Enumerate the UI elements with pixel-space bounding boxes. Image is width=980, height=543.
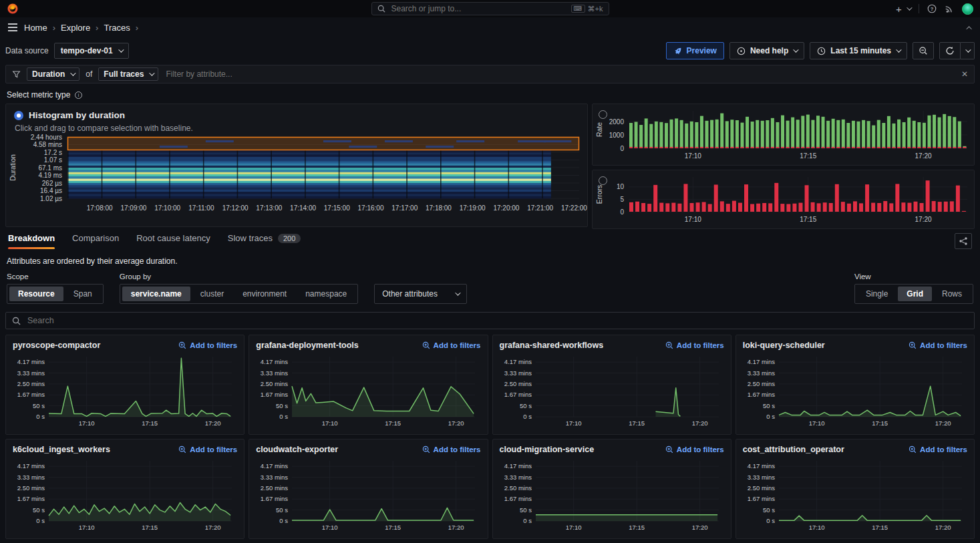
- breadcrumb: Home › Explore › Traces ›: [24, 23, 138, 33]
- filter-funnel-icon: [12, 70, 21, 79]
- duration-heatmap[interactable]: 2.44 hours4.58 mins17.2 s1.07 s67.1 ms4.…: [6, 134, 587, 216]
- view-rows-option[interactable]: Rows: [933, 287, 971, 301]
- service-search-input[interactable]: [26, 315, 968, 326]
- magnifier-plus-icon: [422, 445, 430, 454]
- groupby-service-name-option[interactable]: service.name: [122, 287, 190, 301]
- service-card-title: grafana-deployment-tools: [256, 341, 359, 350]
- metric-type-section: Select metric type i: [0, 83, 980, 104]
- chevron-right-icon: ›: [136, 23, 138, 33]
- service-trend-chart[interactable]: 4.17 mins3.33 mins2.50 mins1.67 mins50 s…: [13, 457, 237, 533]
- attribute-filter-input[interactable]: [164, 69, 955, 79]
- add-to-filters-button[interactable]: Add to filters: [422, 341, 481, 349]
- collapse-header-button[interactable]: [968, 23, 972, 32]
- svg-text:3.33 mins: 3.33 mins: [748, 369, 775, 377]
- svg-text:17:20: 17:20: [915, 152, 932, 160]
- add-to-filters-button[interactable]: Add to filters: [422, 445, 481, 454]
- tab-root-cause-latency[interactable]: Root cause latency: [136, 233, 210, 249]
- help-icon[interactable]: ?: [927, 4, 937, 13]
- svg-text:2.44 hours: 2.44 hours: [31, 134, 62, 141]
- tab-slow-traces[interactable]: Slow traces 200: [228, 233, 301, 249]
- svg-text:17:20: 17:20: [205, 419, 221, 427]
- add-to-filters-button[interactable]: Add to filters: [178, 341, 237, 349]
- svg-text:3.33 mins: 3.33 mins: [504, 474, 531, 481]
- service-trend-chart[interactable]: 4.17 mins3.33 mins2.50 mins1.67 mins50 s…: [256, 353, 480, 429]
- errors-panel: 051017:1017:1517:20Errors: [592, 170, 975, 229]
- global-search[interactable]: ⌨ ⌘+k: [371, 2, 609, 15]
- breadcrumb-explore[interactable]: Explore: [61, 23, 90, 33]
- service-trend-chart[interactable]: 4.17 mins3.33 mins2.50 mins1.67 mins50 s…: [13, 353, 237, 429]
- service-card-title: cloud-migration-service: [500, 445, 595, 454]
- svg-text:17:15: 17:15: [385, 419, 401, 427]
- magnifier-plus-icon: [909, 445, 917, 454]
- need-help-button[interactable]: Need help: [729, 42, 804, 59]
- svg-text:17:10:00: 17:10:00: [154, 204, 180, 212]
- magnifier-plus-icon: [909, 341, 917, 349]
- svg-text:17:15: 17:15: [629, 419, 645, 427]
- clear-filter-icon[interactable]: ✕: [961, 69, 968, 79]
- service-trend-chart[interactable]: 4.17 mins3.33 mins2.50 mins1.67 mins50 s…: [500, 457, 724, 533]
- rocket-icon: [673, 47, 682, 55]
- datasource-picker[interactable]: tempo-dev-01: [54, 43, 129, 59]
- add-to-filters-button[interactable]: Add to filters: [178, 445, 237, 454]
- service-trend-chart[interactable]: 4.17 mins3.33 mins2.50 mins1.67 mins50 s…: [743, 353, 967, 429]
- add-to-filters-button[interactable]: Add to filters: [909, 445, 967, 454]
- svg-text:Duration: Duration: [9, 154, 17, 181]
- grafana-logo-icon[interactable]: [7, 3, 19, 15]
- breadcrumb-home[interactable]: Home: [24, 23, 47, 33]
- magnifier-plus-icon: [178, 445, 186, 454]
- errors-radio[interactable]: [599, 176, 607, 185]
- service-trend-chart[interactable]: 4.17 mins3.33 mins2.50 mins1.67 mins50 s…: [256, 457, 480, 533]
- info-icon[interactable]: i: [74, 91, 83, 100]
- other-attributes-control: Other attributes: [374, 284, 467, 304]
- svg-text:2.50 mins: 2.50 mins: [748, 380, 775, 387]
- refresh-button[interactable]: [939, 42, 961, 59]
- view-grid-option[interactable]: Grid: [898, 287, 932, 301]
- tab-comparison[interactable]: Comparison: [72, 233, 119, 249]
- preview-button[interactable]: Preview: [666, 42, 724, 59]
- metric-type-label: Select metric type: [7, 90, 70, 100]
- help-circle-icon: [737, 47, 746, 55]
- svg-text:50 s: 50 s: [276, 506, 288, 514]
- news-rss-icon[interactable]: [945, 4, 954, 13]
- menu-toggle-icon[interactable]: [8, 23, 17, 31]
- magnifier-plus-icon: [665, 341, 673, 349]
- tab-breakdown[interactable]: Breakdown: [8, 233, 55, 249]
- svg-text:2.50 mins: 2.50 mins: [17, 380, 45, 387]
- rate-bar-chart[interactable]: 01000200017:1017:1517:20Rate: [593, 104, 974, 163]
- traces-type-select[interactable]: Full traces: [98, 67, 158, 81]
- histogram-radio-selected[interactable]: [14, 111, 23, 120]
- view-single-option[interactable]: Single: [857, 287, 896, 301]
- other-attributes-select[interactable]: Other attributes: [374, 284, 467, 304]
- rate-radio[interactable]: [599, 110, 607, 119]
- service-trend-chart[interactable]: 4.17 mins3.33 mins2.50 mins1.67 mins50 s…: [500, 353, 724, 429]
- svg-text:1.67 mins: 1.67 mins: [17, 495, 45, 502]
- global-search-input[interactable]: [390, 3, 566, 14]
- add-menu-button[interactable]: +: [896, 3, 911, 15]
- svg-text:17:15: 17:15: [872, 524, 888, 531]
- breadcrumb-traces[interactable]: Traces: [104, 23, 130, 33]
- user-avatar[interactable]: [962, 3, 973, 15]
- refresh-interval-button[interactable]: [961, 42, 975, 59]
- groupby-environment-option[interactable]: environment: [234, 287, 295, 301]
- scope-resource-option[interactable]: Resource: [9, 287, 63, 301]
- service-card-title: loki-query-scheduler: [743, 341, 825, 350]
- service-trend-chart[interactable]: 4.17 mins3.33 mins2.50 mins1.67 mins50 s…: [743, 457, 967, 533]
- svg-text:50 s: 50 s: [276, 402, 288, 409]
- svg-text:3.33 mins: 3.33 mins: [17, 474, 45, 481]
- add-to-filters-button[interactable]: Add to filters: [665, 341, 724, 349]
- zoom-out-button[interactable]: [913, 42, 934, 59]
- scope-span-option[interactable]: Span: [65, 287, 101, 301]
- svg-text:3.33 mins: 3.33 mins: [261, 474, 288, 481]
- svg-text:4.17 mins: 4.17 mins: [17, 358, 45, 365]
- groupby-cluster-option[interactable]: cluster: [192, 287, 232, 301]
- duration-select[interactable]: Duration: [27, 67, 79, 81]
- add-to-filters-button[interactable]: Add to filters: [909, 341, 967, 349]
- errors-bar-chart[interactable]: 051017:1017:1517:20Errors: [593, 170, 974, 226]
- chevron-down-icon: [896, 47, 901, 52]
- svg-text:17:08:00: 17:08:00: [87, 204, 113, 212]
- groupby-namespace-option[interactable]: namespace: [297, 287, 355, 301]
- time-range-picker[interactable]: Last 15 minutes: [810, 42, 907, 59]
- share-button[interactable]: [955, 233, 972, 249]
- add-to-filters-button[interactable]: Add to filters: [665, 445, 724, 454]
- svg-text:17:14:00: 17:14:00: [290, 204, 316, 212]
